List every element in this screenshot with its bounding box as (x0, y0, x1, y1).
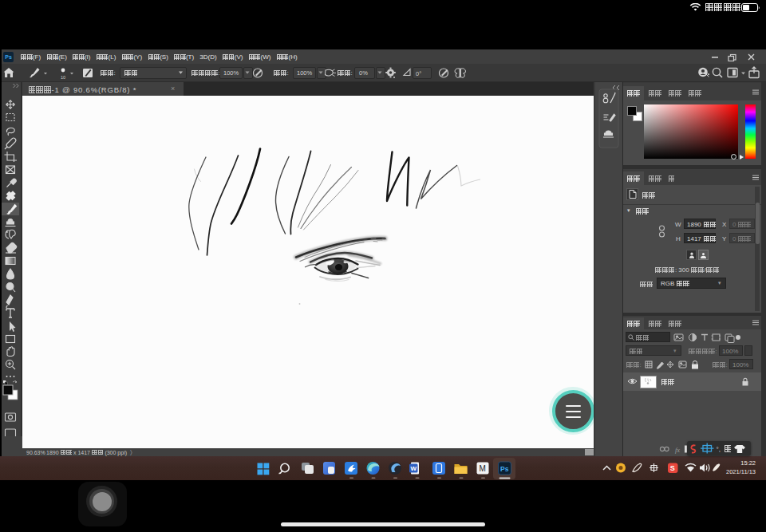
svg-text:0°: 0° (416, 70, 421, 77)
svg-text:W: W (411, 465, 417, 472)
svg-text:S: S (670, 464, 675, 472)
svg-text:Ps: Ps (500, 465, 509, 473)
svg-text:fx: fx (675, 446, 680, 454)
svg-text:M: M (480, 464, 486, 473)
svg-text:°,: °, (717, 446, 721, 453)
svg-text:10: 10 (61, 75, 65, 80)
